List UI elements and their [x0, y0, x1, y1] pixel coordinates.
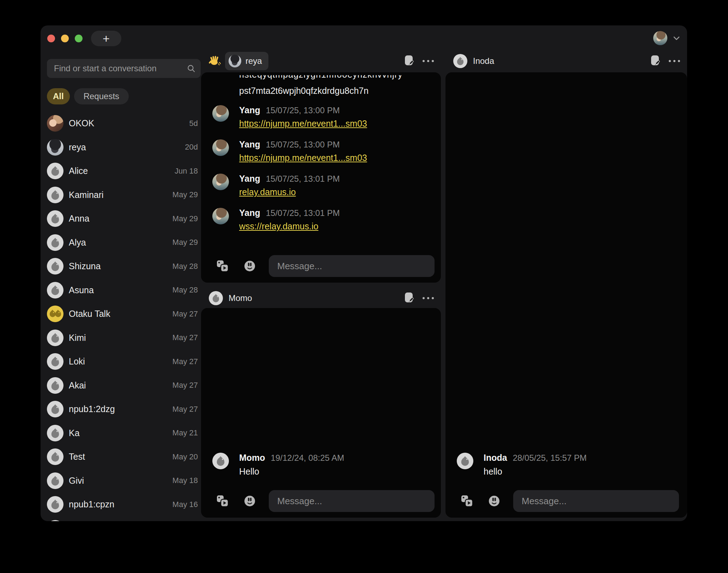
- list-item[interactable]: Loki May 27: [47, 350, 201, 374]
- message-input[interactable]: [269, 490, 435, 512]
- message: Yang 15/07/25, 13:01 PM wss://relay.damu…: [212, 208, 441, 231]
- conversation-date: May 29: [172, 190, 198, 199]
- peer-tab-reya[interactable]: reya: [225, 52, 268, 70]
- more-options-icon[interactable]: [423, 297, 434, 299]
- message-link[interactable]: https://njump.me/nevent1...sm03: [239, 153, 367, 163]
- message-timestamp: 15/07/25, 13:00 PM: [266, 105, 340, 115]
- conversation-date: 20d: [185, 143, 198, 152]
- app-window: + All Requests OKOK 5d reya 20d: [41, 25, 687, 521]
- message-link[interactable]: relay.damus.io: [239, 187, 296, 197]
- conversation-name: Loki: [69, 356, 172, 367]
- list-item[interactable]: Akai May 27: [47, 374, 201, 398]
- message: Yang 15/07/25, 13:01 PM relay.damus.io: [212, 174, 441, 197]
- list-item[interactable]: Givi May 18: [47, 469, 201, 493]
- list-item[interactable]: Ka May 21: [47, 421, 201, 445]
- list-item[interactable]: Alice Jun 18: [47, 159, 201, 183]
- message-link[interactable]: wss://relay.damus.io: [239, 221, 318, 231]
- emoji-picker-icon[interactable]: [489, 495, 500, 507]
- conversation-list: OKOK 5d reya 20d Alice Jun 18 Kaminari M…: [47, 111, 201, 521]
- avatar: [212, 208, 229, 224]
- avatar: [212, 139, 229, 156]
- chat-messages-reya: nsteqyqtmpagzlygn1mfooeyhzknvvhjry pst7m…: [201, 72, 441, 283]
- list-item[interactable]: npub1:cpzn May 16: [47, 493, 201, 517]
- attach-media-icon[interactable]: [217, 495, 229, 507]
- note-compose-icon[interactable]: [404, 292, 414, 304]
- avatar: [47, 472, 63, 489]
- conversation-date: Jun 18: [175, 167, 198, 176]
- chat-column-middle: reya nsteqyqtmpagzlygn1mfooeyhzknvvhjry …: [201, 25, 441, 521]
- tab-all[interactable]: All: [47, 88, 70, 104]
- conversation-date: May 29: [172, 238, 198, 247]
- peer-name: Momo: [229, 293, 252, 303]
- avatar: [209, 291, 223, 305]
- message-timestamp: 28/05/25, 15:57 PM: [513, 453, 587, 463]
- chat-messages-inoda: Inoda 28/05/25, 15:57 PM hello: [445, 72, 687, 518]
- conversation-date: May 18: [172, 476, 198, 485]
- avatar: [47, 115, 63, 132]
- list-item[interactable]: reya 20d: [47, 135, 201, 159]
- avatar: [212, 453, 229, 469]
- avatar: [47, 282, 63, 298]
- list-item[interactable]: Test May 20: [47, 445, 201, 469]
- message-input[interactable]: [513, 490, 679, 512]
- avatar: [212, 174, 229, 190]
- message-input[interactable]: [269, 255, 435, 277]
- conversation-name: OKOK: [69, 118, 189, 128]
- conversation-date: May 27: [172, 381, 198, 390]
- avatar: [47, 306, 63, 322]
- message-text: Hello: [239, 466, 344, 477]
- message-link[interactable]: https://njump.me/nevent1...sm03: [239, 119, 367, 129]
- attach-media-icon[interactable]: [217, 260, 229, 272]
- emoji-picker-icon[interactable]: [244, 495, 255, 507]
- message-author: Inoda: [484, 453, 507, 463]
- search-input[interactable]: [54, 64, 187, 73]
- conversation-date: May 27: [172, 357, 198, 366]
- more-options-icon[interactable]: [669, 60, 680, 62]
- list-item[interactable]: Otaku Talk May 27: [47, 302, 201, 326]
- list-item[interactable]: Kimi May 27: [47, 326, 201, 350]
- conversation-name: Anna: [69, 213, 172, 224]
- avatar: [47, 401, 63, 417]
- avatar: [47, 496, 63, 513]
- message-timestamp: 19/12/24, 08:25 AM: [271, 453, 344, 463]
- composer-reya: [201, 255, 441, 277]
- list-item[interactable]: npub1:2dzg May 27: [47, 397, 201, 421]
- message: Yang 15/07/25, 13:00 PM https://njump.me…: [212, 139, 441, 163]
- tab-requests[interactable]: Requests: [74, 88, 129, 104]
- conversation-name: Akai: [69, 380, 172, 391]
- avatar: [47, 187, 63, 203]
- list-item[interactable]: Kaminari May 29: [47, 183, 201, 207]
- composer-inoda: [445, 490, 687, 512]
- list-item[interactable]: Asuna May 28: [47, 278, 201, 302]
- avatar: [229, 55, 241, 67]
- list-item-partial[interactable]: [47, 517, 201, 521]
- list-item[interactable]: OKOK 5d: [47, 111, 201, 135]
- conversation-date: May 29: [172, 214, 198, 223]
- avatar: [47, 210, 63, 227]
- list-item[interactable]: Shizuna May 28: [47, 254, 201, 278]
- note-compose-icon[interactable]: [650, 55, 660, 67]
- conversation-name: reya: [69, 142, 185, 152]
- avatar: [47, 520, 63, 521]
- chat-header-inoda: Inoda: [445, 51, 687, 71]
- wave-emoji-icon: [209, 55, 221, 67]
- desktop: + All Requests OKOK 5d reya 20d: [0, 0, 728, 573]
- conversation-name: Alya: [69, 237, 172, 248]
- conversation-date: May 27: [172, 405, 198, 414]
- list-item[interactable]: Anna May 29: [47, 207, 201, 231]
- emoji-picker-icon[interactable]: [244, 260, 255, 272]
- more-options-icon[interactable]: [423, 60, 434, 62]
- conversation-name: Givi: [69, 476, 172, 486]
- attach-media-icon[interactable]: [461, 495, 473, 507]
- avatar: [453, 54, 467, 68]
- note-compose-icon[interactable]: [404, 55, 414, 67]
- conversation-name: npub1:2dzg: [69, 404, 172, 414]
- avatar: [47, 139, 63, 156]
- conversation-name: npub1:cpzn: [69, 499, 172, 509]
- avatar: [212, 105, 229, 122]
- avatar: [47, 448, 63, 465]
- composer-momo: [201, 490, 441, 512]
- message-author: Yang: [239, 105, 260, 115]
- list-item[interactable]: Alya May 29: [47, 231, 201, 255]
- avatar: [47, 234, 63, 251]
